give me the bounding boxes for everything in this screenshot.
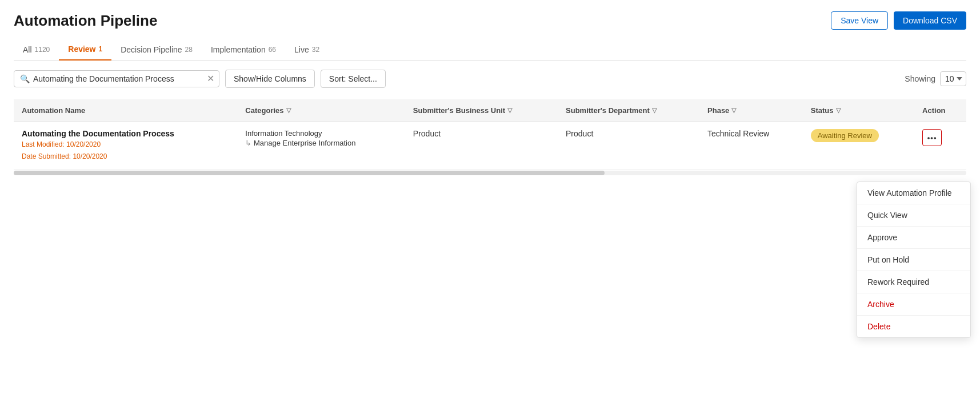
phase-filter-icon[interactable]: ▽	[731, 107, 736, 114]
tab-live[interactable]: Live 32	[285, 39, 329, 60]
department-value: Product	[566, 129, 593, 138]
tab-implementation[interactable]: Implementation 66	[202, 39, 285, 60]
categories-filter-icon[interactable]: ▽	[286, 107, 291, 114]
td-action: •••	[914, 122, 966, 170]
th-categories: Categories ▽	[237, 99, 405, 122]
tabs-bar: All 1120 Review 1 Decision Pipeline 28 I…	[14, 39, 966, 61]
tab-all[interactable]: All 1120	[14, 39, 59, 60]
phase-value: Technical Review	[707, 129, 769, 138]
td-status: Awaiting Review	[803, 122, 914, 170]
business-unit-filter-icon[interactable]: ▽	[507, 107, 512, 114]
dropdown-item-approve[interactable]: Approve	[857, 227, 970, 249]
showing-label: Showing	[905, 74, 935, 83]
dropdown-item-delete[interactable]: Delete	[857, 316, 970, 337]
dropdown-menu: View Automation Profile Quick View Appro…	[857, 182, 971, 338]
scroll-indicator	[14, 171, 966, 175]
tab-review-count: 1	[99, 45, 103, 53]
showing-wrapper: Showing 10 25 50	[905, 71, 966, 86]
dropdown-item-rework-required[interactable]: Rework Required	[857, 271, 970, 293]
dropdown-item-quick-view[interactable]: Quick View	[857, 204, 970, 227]
tab-all-label: All	[23, 45, 32, 54]
tab-live-label: Live	[294, 45, 309, 54]
th-department: Submitter's Department ▽	[558, 99, 699, 122]
page-header: Automation Pipeline Save View Download C…	[14, 11, 966, 30]
table-header-row: Automation Name Categories ▽ Submitter's…	[14, 99, 966, 122]
tab-implementation-label: Implementation	[211, 45, 266, 54]
td-automation-name: Automating the Documentation Process Las…	[14, 122, 237, 170]
search-wrapper: 🔍 ✕	[14, 70, 219, 87]
tab-decision-pipeline-label: Decision Pipeline	[121, 45, 182, 54]
tab-review-label: Review	[68, 45, 95, 54]
action-more-button[interactable]: •••	[922, 129, 942, 146]
table-wrapper: Automation Name Categories ▽ Submitter's…	[14, 99, 966, 175]
tab-decision-pipeline[interactable]: Decision Pipeline 28	[111, 39, 202, 60]
page-wrapper: Automation Pipeline Save View Download C…	[0, 0, 980, 399]
more-icon: •••	[927, 134, 937, 142]
tab-review[interactable]: Review 1	[59, 39, 111, 61]
td-phase: Technical Review	[699, 122, 803, 170]
table-row: Automating the Documentation Process Las…	[14, 122, 966, 170]
th-automation-name: Automation Name	[14, 99, 237, 122]
th-phase: Phase ▽	[699, 99, 803, 122]
tab-live-count: 32	[312, 46, 319, 54]
automation-name-text: Automating the Documentation Process	[22, 129, 229, 138]
status-filter-icon[interactable]: ▽	[836, 107, 841, 114]
search-clear-icon[interactable]: ✕	[207, 74, 214, 83]
td-department: Product	[558, 122, 699, 170]
td-business-unit: Product	[405, 122, 558, 170]
scroll-thumb	[14, 171, 605, 175]
automation-date-submitted: Date Submitted: 10/20/2020	[22, 151, 229, 162]
toolbar: 🔍 ✕ Show/Hide Columns Sort: Select... Sh…	[14, 70, 966, 88]
category-main-text: Information Technology	[245, 129, 397, 138]
dropdown-item-archive[interactable]: Archive	[857, 293, 970, 316]
header-buttons: Save View Download CSV	[831, 11, 966, 30]
tab-implementation-count: 66	[269, 46, 276, 54]
category-sub-text: Manage Enterprise Information	[245, 139, 397, 147]
th-action: Action	[914, 99, 966, 122]
th-status: Status ▽	[803, 99, 914, 122]
download-csv-button[interactable]: Download CSV	[894, 11, 966, 30]
td-categories: Information Technology Manage Enterprise…	[237, 122, 405, 170]
department-filter-icon[interactable]: ▽	[652, 107, 657, 114]
dropdown-item-put-on-hold[interactable]: Put on Hold	[857, 249, 970, 271]
search-input[interactable]	[33, 74, 213, 83]
business-unit-value: Product	[413, 129, 441, 138]
sort-select-button[interactable]: Sort: Select...	[321, 70, 386, 88]
search-icon: 🔍	[20, 74, 30, 83]
main-table: Automation Name Categories ▽ Submitter's…	[14, 99, 966, 170]
save-view-button[interactable]: Save View	[831, 11, 888, 30]
dropdown-item-view-profile[interactable]: View Automation Profile	[857, 182, 970, 204]
th-business-unit: Submitter's Business Unit ▽	[405, 99, 558, 122]
tab-decision-pipeline-count: 28	[185, 46, 193, 54]
tab-all-count: 1120	[35, 46, 50, 54]
status-badge: Awaiting Review	[811, 129, 879, 142]
page-title: Automation Pipeline	[14, 12, 157, 30]
automation-last-modified: Last Modified: 10/20/2020	[22, 139, 229, 150]
showing-select[interactable]: 10 25 50	[940, 71, 966, 86]
show-hide-columns-button[interactable]: Show/Hide Columns	[225, 70, 315, 88]
